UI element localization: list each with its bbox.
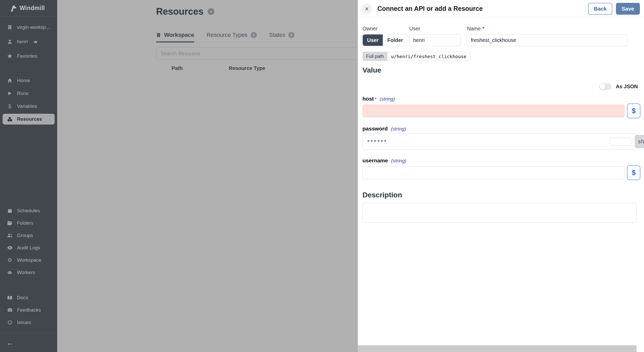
nav-label: Docs xyxy=(17,295,28,301)
username-field-type: (string) xyxy=(391,158,406,164)
full-path-value: u/henri/freshest_clickhouse xyxy=(387,52,470,61)
play-icon xyxy=(7,91,13,96)
table-header-resource-type: Resource Type xyxy=(229,65,265,71)
eye-icon xyxy=(7,246,13,250)
home-icon xyxy=(7,78,13,83)
resource-drawer: × Connect an API or add a Resource Back … xyxy=(358,0,644,352)
nav-label: Workers xyxy=(17,270,35,275)
name-field[interactable] xyxy=(467,34,628,46)
owner-label: Owner xyxy=(362,26,403,32)
tab-label: Resource Types xyxy=(207,32,248,38)
sidebar-footer: ← xyxy=(0,333,57,352)
nav-label: Feedbacks xyxy=(17,307,41,313)
sidebar-item-audit-logs[interactable]: Audit Logs xyxy=(0,243,57,253)
star-icon xyxy=(7,54,13,59)
sidebar-item-favorites[interactable]: Favorites xyxy=(0,51,57,61)
building-icon xyxy=(156,33,161,38)
sidebar-item-variables[interactable]: $ Variables xyxy=(0,101,57,112)
password-input[interactable]: ****** xyxy=(362,133,637,150)
building-icon xyxy=(7,25,13,30)
tab-states[interactable]: States i xyxy=(269,32,294,42)
github-icon xyxy=(7,320,13,325)
save-button[interactable]: Save xyxy=(616,3,640,15)
value-section-heading: Value xyxy=(362,66,640,74)
full-path: Full path u/henri/freshest_clickhouse xyxy=(362,52,470,61)
insert-variable-button[interactable]: $ xyxy=(627,103,640,118)
password-field-type: (string) xyxy=(391,126,406,132)
book-icon xyxy=(7,296,13,300)
username-field-name: username xyxy=(362,157,388,164)
sidebar-item-resources[interactable]: Resources xyxy=(3,114,55,125)
password-masked-value: ****** xyxy=(367,138,387,145)
nav-label: Schedules xyxy=(17,208,40,214)
sidebar-item-folders[interactable]: Folders xyxy=(0,218,57,228)
user-name: henri xyxy=(17,39,28,45)
owner-option-user[interactable]: User xyxy=(363,34,383,46)
username-input[interactable] xyxy=(362,166,625,179)
page-title: Resources xyxy=(156,6,204,17)
favorites-label: Favorites xyxy=(17,53,37,59)
user-field[interactable] xyxy=(409,34,461,46)
description-heading: Description xyxy=(362,191,640,199)
user-menu[interactable]: henri xyxy=(0,37,57,46)
password-field-name: password xyxy=(362,126,388,132)
password-inner-input[interactable] xyxy=(609,138,632,145)
sidebar-item-issues[interactable]: Issues xyxy=(0,318,57,327)
windmill-logo-icon xyxy=(9,4,16,12)
sidebar-item-schedules[interactable]: Schedules xyxy=(0,206,57,216)
sidebar-item-feedbacks[interactable]: Feedbacks xyxy=(0,305,57,315)
search-input[interactable] xyxy=(156,47,358,60)
nav-label: Workspace xyxy=(17,257,41,263)
discord-icon xyxy=(7,308,13,312)
nav-label: Groups xyxy=(17,233,33,238)
description-textarea[interactable] xyxy=(362,203,637,223)
nav-label: Folders xyxy=(17,220,33,226)
sidebar-item-groups[interactable]: Groups xyxy=(0,231,57,240)
tab-label: States xyxy=(269,32,285,38)
workspace-selector[interactable]: virgin-worksp... xyxy=(0,23,57,32)
drawer-title: Connect an API or add a Resource xyxy=(377,5,483,12)
sidebar: Windmill virgin-worksp... henri Favorite… xyxy=(0,0,57,352)
info-icon[interactable]: i xyxy=(208,8,214,15)
as-json-toggle[interactable] xyxy=(599,83,612,90)
show-password-button[interactable]: sh xyxy=(635,135,644,148)
user-icon xyxy=(7,39,13,44)
scrollbar-thumb[interactable] xyxy=(358,345,637,352)
info-icon: i xyxy=(288,32,294,38)
crown-icon xyxy=(32,40,39,43)
nav-label: Home xyxy=(17,78,30,83)
as-json-label: As JSON xyxy=(616,84,638,90)
folder-icon xyxy=(7,221,13,225)
required-marker: * xyxy=(375,97,376,102)
insert-variable-button[interactable]: $ xyxy=(627,165,640,180)
nav-label: Issues xyxy=(17,320,31,325)
required-marker: * xyxy=(482,26,484,32)
app-logo[interactable]: Windmill xyxy=(0,0,57,16)
back-button[interactable]: Back xyxy=(588,3,612,15)
horizontal-scrollbar[interactable] xyxy=(358,345,644,352)
sidebar-item-docs[interactable]: Docs xyxy=(0,293,57,303)
user-field-label: User xyxy=(409,26,461,32)
users-icon xyxy=(7,233,13,238)
owner-option-folder[interactable]: Folder xyxy=(383,34,407,46)
table-header-path: Path xyxy=(172,65,183,71)
close-icon[interactable]: × xyxy=(361,3,372,14)
host-input[interactable] xyxy=(362,104,625,117)
host-field-type: (string) xyxy=(380,96,395,102)
boxes-icon xyxy=(7,117,13,122)
tab-label: Workspace xyxy=(164,32,194,38)
nav-label: Resources xyxy=(17,116,42,122)
name-field-label: Name xyxy=(467,26,481,32)
tab-resource-types[interactable]: Resource Types i xyxy=(207,32,257,42)
owner-toggle: User Folder xyxy=(362,34,408,46)
nav-label: Audit Logs xyxy=(17,245,40,251)
sidebar-item-workers[interactable]: Workers xyxy=(0,268,57,277)
sidebar-item-runs[interactable]: Runs xyxy=(0,88,57,99)
tab-workspace[interactable]: Workspace xyxy=(156,32,194,42)
gear-icon: ⚙ xyxy=(7,258,13,263)
sidebar-item-workspace-settings[interactable]: ⚙ Workspace xyxy=(0,255,57,265)
host-field-name: host xyxy=(362,96,374,102)
sidebar-item-home[interactable]: Home xyxy=(0,75,57,86)
calendar-icon xyxy=(7,208,13,213)
collapse-sidebar-icon[interactable]: ← xyxy=(6,339,14,347)
